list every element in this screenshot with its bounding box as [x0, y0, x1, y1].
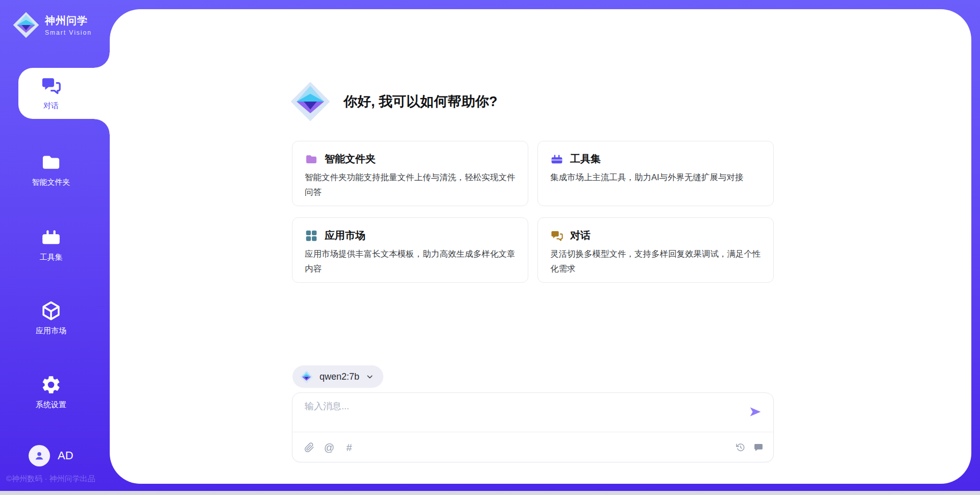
history-icon[interactable] [735, 442, 746, 453]
sidebar-item-toolset[interactable]: 工具集 [0, 227, 110, 262]
greeting: 你好, 我可以如何帮助你? [289, 81, 498, 122]
chat-icon [40, 75, 62, 96]
chat-bubble-icon[interactable] [753, 442, 764, 453]
briefcase-icon [550, 153, 564, 166]
sidebar-item-label: 对话 [43, 101, 59, 111]
sidebar-item-label: 系统设置 [36, 400, 66, 410]
gear-icon [40, 374, 62, 395]
user-account[interactable]: AD [29, 445, 74, 466]
card-description: 集成市场上主流工具，助力AI与外界无缝扩展与对接 [550, 170, 761, 185]
sidebar-item-smart-folder[interactable]: 智能文件夹 [0, 152, 110, 187]
model-diamond-icon [300, 370, 313, 384]
attachment-icon[interactable] [304, 442, 315, 453]
card-title: 对话 [570, 229, 591, 242]
brand-logo: 神州问学 Smart Vision [12, 11, 92, 39]
sidebar: 神州问学 Smart Vision 对话 智能文件夹 工具集 应用市场 系统设置 [0, 0, 110, 495]
message-input[interactable] [305, 400, 739, 429]
main-panel: 你好, 我可以如何帮助你? 智能文件夹 智能文件夹功能支持批量文件上传与清洗，轻… [110, 9, 971, 484]
sidebar-item-app-market[interactable]: 应用市场 [0, 300, 110, 336]
brand-subtitle: Smart Vision [45, 29, 92, 36]
user-initials: AD [58, 449, 74, 462]
model-selector[interactable]: qwen2:7b [292, 365, 383, 388]
card-description: 智能文件夹功能支持批量文件上传与清洗，轻松实现文件问答 [305, 170, 516, 200]
sidebar-item-label: 应用市场 [36, 326, 66, 336]
avatar [29, 445, 50, 466]
copyright-footer: ©神州数码 · 神州问学出品 [6, 474, 95, 484]
cube-icon [40, 300, 62, 321]
send-icon[interactable] [749, 405, 762, 418]
card-title: 智能文件夹 [325, 152, 376, 166]
chevron-down-icon [365, 373, 374, 381]
feature-cards: 智能文件夹 智能文件夹功能支持批量文件上传与清洗，轻松实现文件问答 工具集 集成… [292, 141, 774, 283]
folder-icon [305, 153, 318, 166]
card-smart-folder[interactable]: 智能文件夹 智能文件夹功能支持批量文件上传与清洗，轻松实现文件问答 [292, 141, 528, 206]
app-grid-icon [305, 229, 318, 242]
message-composer: @ # [292, 392, 774, 462]
greeting-diamond-icon [289, 81, 331, 122]
app-window: 神州问学 Smart Vision 对话 智能文件夹 工具集 应用市场 系统设置 [0, 0, 980, 495]
horizontal-scrollbar[interactable] [0, 491, 980, 495]
chat-icon [550, 229, 564, 242]
card-chat[interactable]: 对话 灵活切换多模型文件，支持多样回复效果调试，满足个性化需求 [537, 217, 774, 283]
person-icon [33, 449, 46, 462]
sidebar-item-chat[interactable]: 对话 [0, 75, 110, 111]
mention-icon[interactable]: @ [324, 442, 335, 453]
briefcase-icon [40, 227, 62, 248]
composer-tools-left: @ # [304, 442, 355, 453]
hashtag-icon[interactable]: # [344, 442, 355, 453]
card-title: 应用市场 [325, 229, 365, 242]
model-name: qwen2:7b [320, 372, 359, 382]
sidebar-item-label: 工具集 [40, 253, 63, 262]
card-app-market[interactable]: 应用市场 应用市场提供丰富长文本模板，助力高效生成多样化文章内容 [292, 217, 528, 283]
pill-scoop-bottom [94, 119, 110, 134]
card-description: 灵活切换多模型文件，支持多样回复效果调试，满足个性化需求 [550, 246, 761, 276]
composer-divider [292, 432, 773, 432]
sidebar-item-settings[interactable]: 系统设置 [0, 374, 110, 410]
pill-scoop-top [94, 53, 110, 68]
card-description: 应用市场提供丰富长文本模板，助力高效生成多样化文章内容 [305, 246, 516, 276]
brand-name: 神州问学 [45, 14, 92, 28]
folder-icon [40, 152, 62, 173]
sidebar-item-label: 智能文件夹 [32, 178, 70, 187]
card-toolset[interactable]: 工具集 集成市场上主流工具，助力AI与外界无缝扩展与对接 [537, 141, 774, 206]
greeting-title: 你好, 我可以如何帮助你? [344, 92, 498, 111]
brand-diamond-icon [12, 11, 40, 39]
card-title: 工具集 [570, 152, 601, 166]
composer-tools-right [735, 442, 764, 453]
